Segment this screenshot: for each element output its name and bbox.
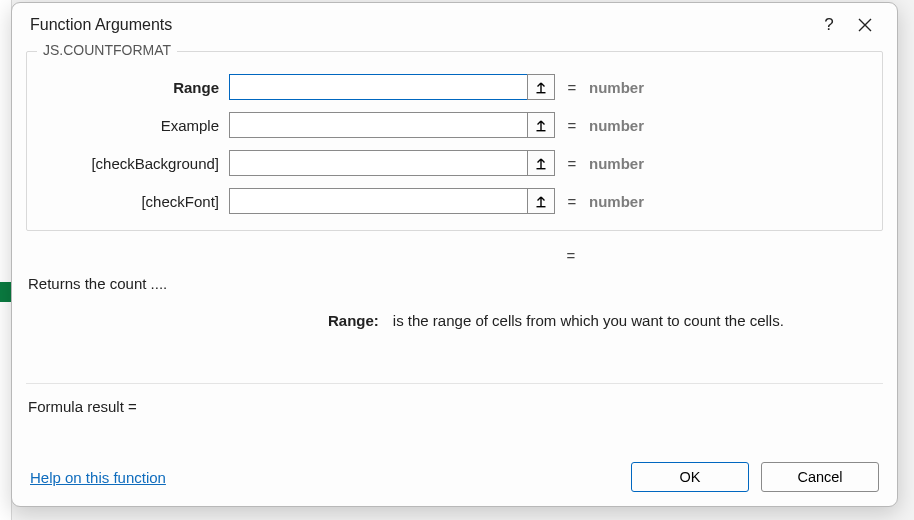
function-short-description: Returns the count .... xyxy=(28,275,881,292)
background-selection xyxy=(0,282,11,302)
titlebar: Function Arguments ? xyxy=(12,3,897,47)
arg-type-hint: number xyxy=(589,155,644,172)
function-arguments-dialog: Function Arguments ? JS.COUNTFORMAT Rang… xyxy=(11,2,898,507)
equals-sign: = xyxy=(555,79,589,96)
help-link[interactable]: Help on this function xyxy=(30,469,166,486)
arg-row: [checkBackground]=number xyxy=(41,150,868,176)
arg-input[interactable] xyxy=(229,112,527,138)
function-name: JS.COUNTFORMAT xyxy=(37,42,177,58)
arg-input-wrap xyxy=(229,188,555,214)
svg-rect-1 xyxy=(537,130,546,131)
svg-rect-0 xyxy=(537,92,546,93)
arg-input-wrap xyxy=(229,74,555,100)
arg-input[interactable] xyxy=(229,74,527,100)
arg-input-wrap xyxy=(229,150,555,176)
divider xyxy=(26,383,883,384)
dialog-title: Function Arguments xyxy=(30,16,172,34)
arg-label: [checkBackground] xyxy=(41,155,229,172)
svg-rect-2 xyxy=(537,168,546,169)
collapse-dialog-icon[interactable] xyxy=(527,112,555,138)
formula-result-row: Formula result = xyxy=(28,398,881,415)
equals-sign: = xyxy=(555,117,589,134)
active-arg-name: Range: xyxy=(328,312,379,329)
arg-label: [checkFont] xyxy=(41,193,229,210)
arg-type-hint: number xyxy=(589,117,644,134)
collapse-dialog-icon[interactable] xyxy=(527,188,555,214)
ok-button[interactable]: OK xyxy=(631,462,749,492)
equals-sign: = xyxy=(554,247,588,264)
arg-row: [checkFont]=number xyxy=(41,188,868,214)
active-argument-description: Range: is the range of cells from which … xyxy=(28,312,881,329)
arg-type-hint: number xyxy=(589,79,644,96)
intermediate-result-row: = xyxy=(26,245,883,265)
collapse-dialog-icon[interactable] xyxy=(527,74,555,100)
formula-result-label: Formula result = xyxy=(28,398,137,415)
close-icon[interactable] xyxy=(847,7,883,43)
active-arg-desc: is the range of cells from which you wan… xyxy=(393,312,784,329)
arg-row: Example=number xyxy=(41,112,868,138)
equals-sign: = xyxy=(555,155,589,172)
arg-input-wrap xyxy=(229,112,555,138)
arg-input[interactable] xyxy=(229,188,527,214)
cancel-button[interactable]: Cancel xyxy=(761,462,879,492)
dialog-footer: Help on this function OK Cancel xyxy=(12,462,897,492)
arg-label: Range xyxy=(41,79,229,96)
arg-label: Example xyxy=(41,117,229,134)
collapse-dialog-icon[interactable] xyxy=(527,150,555,176)
arg-row: Range=number xyxy=(41,74,868,100)
svg-rect-3 xyxy=(537,206,546,207)
arguments-group: JS.COUNTFORMAT Range=numberExample=numbe… xyxy=(26,51,883,231)
arg-input[interactable] xyxy=(229,150,527,176)
arg-type-hint: number xyxy=(589,193,644,210)
help-icon[interactable]: ? xyxy=(811,7,847,43)
equals-sign: = xyxy=(555,193,589,210)
